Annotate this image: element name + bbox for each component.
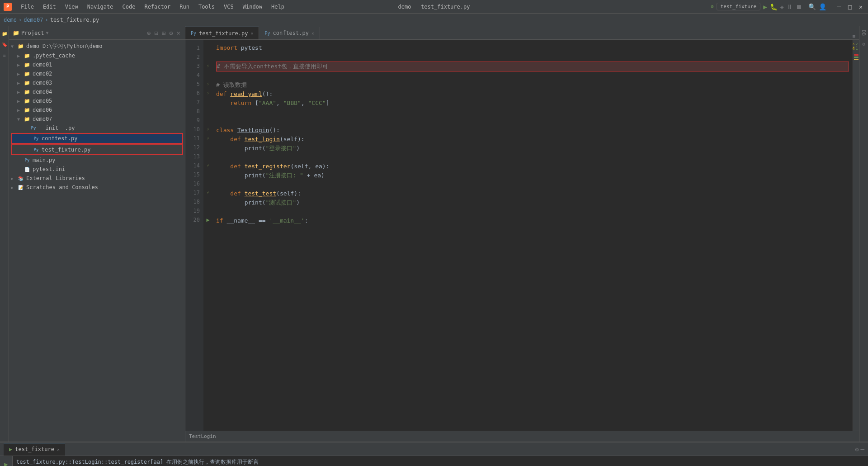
code-line-5: # 读取数据 (216, 81, 849, 90)
run-button[interactable]: ▶ (763, 3, 767, 10)
main-layout: 📁 🔖 ≡ 📁 Project ▼ ⊕ ⊟ ⊞ ⚙ × ▼ 📁 (0, 26, 868, 442)
tree-external-libs[interactable]: ▶ 📚 External Libraries (9, 174, 185, 183)
tab-overflow-button[interactable]: ≡ (852, 33, 855, 39)
close-button[interactable]: ✕ (857, 3, 864, 10)
breadcrumb-file[interactable]: test_fixture.py (50, 17, 99, 23)
code-line-11: def test_login(self): (216, 135, 849, 144)
editor-breadcrumb: TestLogin (185, 431, 859, 442)
project-panel: 📁 Project ▼ ⊕ ⊟ ⊞ ⚙ × ▼ 📁 demo D:\学习\Pyt… (9, 26, 185, 442)
folder-icon: 📁 (13, 30, 19, 36)
run-toolbar: ▶ ↑ ↓ 📌 🔧 🗑 (0, 456, 13, 466)
code-line-19 (216, 207, 849, 216)
hide-panel-button[interactable]: × (176, 29, 181, 38)
gutter-warn-mark (854, 59, 859, 60)
gutter-ok-mark (854, 57, 859, 58)
tree-demo05[interactable]: ▶ 📁 demo05 (9, 96, 185, 105)
tab-test-fixture-close[interactable]: ✕ (250, 31, 253, 36)
console-output[interactable]: test_fixture.py::TestLogin::test_registe… (13, 456, 868, 466)
tree-demo01[interactable]: ▶ 📁 demo01 (9, 60, 185, 69)
menu-help[interactable]: Help (268, 3, 288, 11)
tab-conftest[interactable]: Py conftest.py ✕ (259, 27, 320, 39)
dropdown-icon[interactable]: ▼ (46, 30, 49, 35)
settings-run-button[interactable]: ⚙ (855, 446, 859, 453)
tree-root[interactable]: ▼ 📁 demo D:\学习\Python\demo (9, 42, 185, 51)
tree-scratches[interactable]: ▶ 📝 Scratches and Consoles (9, 183, 185, 192)
menu-view[interactable]: View (61, 3, 82, 11)
run-tab-close-button[interactable]: ✕ (57, 447, 60, 452)
menu-edit[interactable]: Edit (39, 3, 60, 11)
menu-bar: File Edit View Navigate Code Refactor Ru… (17, 3, 288, 11)
project-icon[interactable]: 📁 (1, 30, 8, 37)
code-line-12: print("登录接口") (216, 144, 849, 153)
menu-run[interactable]: Run (176, 3, 193, 11)
code-content[interactable]: import pytest # 不需要导入conftest包，直接使用即可 # … (212, 40, 853, 431)
menu-vcs[interactable]: VCS (220, 3, 237, 11)
gutter-error-mark (854, 54, 859, 56)
project-panel-header: 📁 Project ▼ ⊕ ⊟ ⊞ ⚙ × (9, 26, 185, 40)
structure-icon[interactable]: ≡ (1, 52, 8, 59)
run-config-label[interactable]: test_fixture (717, 3, 760, 10)
run-icon: ▶ (9, 446, 12, 452)
maximize-button[interactable]: □ (846, 3, 854, 10)
tree-pytest-cache[interactable]: ▶ 📁 .pytest_cache (9, 51, 185, 60)
code-line-16 (216, 180, 849, 189)
settings-button[interactable]: ⚙ (168, 29, 174, 38)
menu-refactor[interactable]: Refactor (141, 3, 174, 11)
expand-all-button[interactable]: ⊞ (161, 29, 166, 38)
locate-file-button[interactable]: ⊕ (146, 29, 151, 38)
code-line-17: def test_test(self): (216, 189, 849, 198)
breadcrumb-class: TestLogin (189, 433, 216, 439)
database-icon[interactable]: DB (861, 30, 867, 36)
menu-tools[interactable]: Tools (195, 3, 218, 11)
tree-test-fixture-py[interactable]: Py test_fixture.py (11, 144, 183, 155)
tree-demo02[interactable]: ▶ 📁 demo02 (9, 69, 185, 78)
tree-conftest-py[interactable]: Py conftest.py (11, 133, 183, 144)
code-line-14: def test_register(self, ea): (216, 162, 849, 171)
pause-button[interactable]: ⏸ (787, 3, 793, 10)
project-tree: ▼ 📁 demo D:\学习\Python\demo ▶ 📁 .pytest_c… (9, 40, 185, 442)
tab-conftest-py-icon: Py (264, 31, 270, 36)
bookmarks-icon[interactable]: 🔖 (1, 41, 8, 48)
tree-pytest-ini[interactable]: 📄 pytest.ini (9, 165, 185, 174)
tree-demo04[interactable]: ▶ 📁 demo04 (9, 87, 185, 96)
window-title: demo - test_fixture.py (398, 4, 470, 10)
code-line-7: return ["AAA", "BBB", "CCC"] (216, 99, 849, 108)
user-account-button[interactable]: 👤 (819, 3, 826, 10)
title-bar: P File Edit View Navigate Code Refactor … (0, 0, 868, 14)
run-tab-active[interactable]: ▶ test_fixture ✕ (4, 443, 65, 456)
breadcrumb-demo07[interactable]: demo07 (24, 17, 43, 23)
code-editor[interactable]: 1 2 3 4 5 6 7 8 9 10 11 12 13 14 15 16 1… (185, 40, 859, 431)
gradle-icon[interactable]: ⚙ (861, 41, 867, 47)
menu-file[interactable]: File (17, 3, 38, 11)
editor-tabs: Py test_fixture.py ✕ Py conftest.py ✕ ≡ (185, 26, 859, 40)
code-line-9 (216, 117, 849, 126)
tab-test-fixture[interactable]: Py test_fixture.py ✕ (185, 27, 259, 39)
code-line-13 (216, 153, 849, 162)
menu-navigate[interactable]: Navigate (84, 3, 117, 11)
code-line-1: import pytest (216, 43, 849, 52)
menu-window[interactable]: Window (239, 3, 266, 11)
code-line-18: print("测试接口") (216, 198, 849, 207)
stop-button[interactable]: ⏹ (796, 3, 802, 10)
project-label: Project (21, 30, 44, 36)
run-config-icon: ⚙ (711, 4, 714, 10)
search-everywhere-button[interactable]: 🔍 (808, 3, 816, 10)
tree-init-py[interactable]: Py __init__.py (9, 124, 185, 133)
tree-demo06[interactable]: ▶ 📁 demo06 (9, 105, 185, 114)
line-numbers: 1 2 3 4 5 6 7 8 9 10 11 12 13 14 15 16 1… (185, 40, 203, 431)
title-bar-left: P File Edit View Navigate Code Refactor … (4, 3, 288, 11)
menu-code[interactable]: Code (119, 3, 139, 11)
tree-demo07[interactable]: ▼ 📁 demo07 (9, 114, 185, 124)
run-with-coverage-button[interactable]: ◈ (780, 3, 784, 10)
collapse-all-button[interactable]: ⊟ (153, 29, 159, 38)
tree-demo03[interactable]: ▶ 📁 demo03 (9, 78, 185, 87)
rerun-button[interactable]: ▶ (2, 460, 11, 466)
bottom-panel: ▶ test_fixture ✕ ⚙ ─ ▶ ↑ ↓ 📌 🔧 🗑 test_fi… (0, 442, 868, 466)
editor-area: Py test_fixture.py ✕ Py conftest.py ✕ ≡ … (185, 26, 859, 442)
tree-main-py[interactable]: Py main.py (9, 156, 185, 165)
minimize-panel-button[interactable]: ─ (861, 446, 864, 453)
minimize-button[interactable]: ─ (835, 3, 843, 10)
tab-conftest-close[interactable]: ✕ (311, 31, 314, 36)
debug-button[interactable]: 🐛 (770, 3, 778, 10)
breadcrumb-demo[interactable]: demo (4, 17, 17, 23)
